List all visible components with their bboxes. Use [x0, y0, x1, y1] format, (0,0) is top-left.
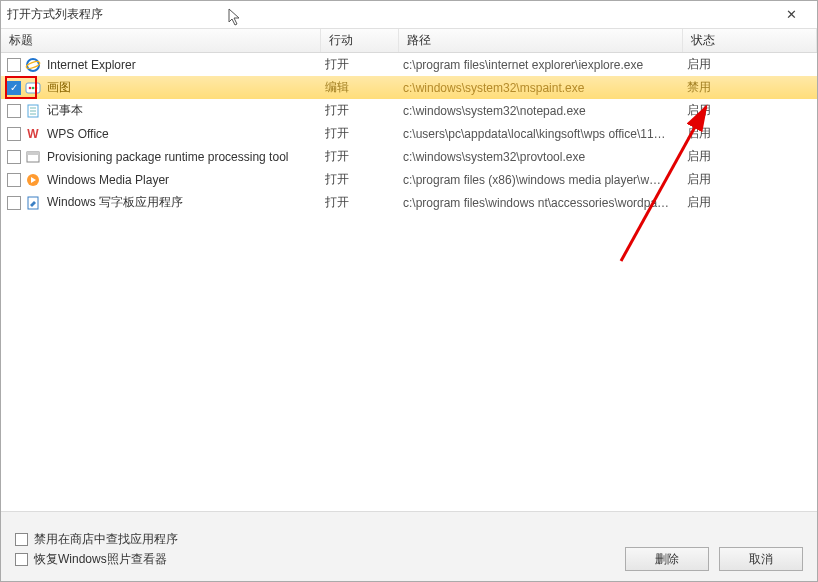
row-path: c:\windows\system32\provtool.exe	[403, 150, 687, 164]
window-title: 打开方式列表程序	[7, 6, 103, 23]
row-checkbox[interactable]	[7, 150, 21, 164]
header-path[interactable]: 路径	[399, 29, 683, 52]
row-checkbox[interactable]	[7, 104, 21, 118]
row-status: 启用	[687, 56, 811, 73]
table-row[interactable]: Provisioning package runtime processing …	[1, 145, 817, 168]
svg-point-4	[29, 86, 32, 89]
row-path: c:\program files\internet explorer\iexpl…	[403, 58, 687, 72]
row-path: c:\windows\system32\mspaint.exe	[403, 81, 687, 95]
svg-point-5	[32, 86, 35, 89]
header-status[interactable]: 状态	[683, 29, 817, 52]
opt-disable-store-label: 禁用在商店中查找应用程序	[34, 531, 178, 548]
row-path: c:\program files\windows nt\accessories\…	[403, 196, 687, 210]
table-row[interactable]: 画图编辑c:\windows\system32\mspaint.exe禁用	[1, 76, 817, 99]
opt-restore-viewer[interactable]: 恢复Windows照片查看器	[15, 551, 178, 568]
program-list: Internet Explorer打开c:\program files\inte…	[1, 53, 817, 511]
opt-disable-store[interactable]: 禁用在商店中查找应用程序	[15, 531, 178, 548]
row-action: 打开	[325, 102, 403, 119]
table-row[interactable]: Internet Explorer打开c:\program files\inte…	[1, 53, 817, 76]
row-action: 打开	[325, 125, 403, 142]
column-headers: 标题 行动 路径 状态	[1, 29, 817, 53]
svg-rect-12	[27, 152, 39, 155]
row-title: 画图	[47, 79, 325, 96]
row-title: WPS Office	[47, 127, 325, 141]
row-path: c:\users\pc\appdata\local\kingsoft\wps o…	[403, 127, 687, 141]
footer: 禁用在商店中查找应用程序 恢复Windows照片查看器 删除 取消	[1, 511, 817, 581]
row-title: Provisioning package runtime processing …	[47, 150, 325, 164]
row-title: Internet Explorer	[47, 58, 325, 72]
checkbox-icon[interactable]	[15, 553, 28, 566]
row-action: 打开	[325, 56, 403, 73]
opt-restore-viewer-label: 恢复Windows照片查看器	[34, 551, 167, 568]
app-icon	[25, 195, 41, 211]
window: 打开方式列表程序 ✕ 标题 行动 路径 状态 Internet Explorer…	[0, 0, 818, 582]
footer-options: 禁用在商店中查找应用程序 恢复Windows照片查看器	[15, 528, 178, 571]
row-path: c:\windows\system32\notepad.exe	[403, 104, 687, 118]
row-action: 打开	[325, 194, 403, 211]
row-status: 启用	[687, 148, 811, 165]
app-icon: W	[25, 126, 41, 142]
row-action: 编辑	[325, 79, 403, 96]
row-status: 启用	[687, 171, 811, 188]
footer-buttons: 删除 取消	[625, 547, 803, 571]
table-row[interactable]: Windows Media Player打开c:\program files (…	[1, 168, 817, 191]
app-icon	[25, 172, 41, 188]
row-checkbox[interactable]	[7, 81, 21, 95]
cancel-button[interactable]: 取消	[719, 547, 803, 571]
table-row[interactable]: WWPS Office打开c:\users\pc\appdata\local\k…	[1, 122, 817, 145]
row-checkbox[interactable]	[7, 196, 21, 210]
checkbox-icon[interactable]	[15, 533, 28, 546]
svg-point-1	[27, 59, 39, 71]
close-button[interactable]: ✕	[771, 7, 811, 22]
app-icon	[25, 149, 41, 165]
row-status: 启用	[687, 125, 811, 142]
row-status: 启用	[687, 102, 811, 119]
titlebar: 打开方式列表程序 ✕	[1, 1, 817, 29]
app-icon	[25, 103, 41, 119]
row-action: 打开	[325, 148, 403, 165]
delete-button[interactable]: 删除	[625, 547, 709, 571]
row-title: 记事本	[47, 102, 325, 119]
svg-point-6	[35, 86, 38, 89]
row-title: Windows Media Player	[47, 173, 325, 187]
row-checkbox[interactable]	[7, 173, 21, 187]
app-icon	[25, 80, 41, 96]
header-title[interactable]: 标题	[1, 29, 321, 52]
row-action: 打开	[325, 171, 403, 188]
row-status: 启用	[687, 194, 811, 211]
row-checkbox[interactable]	[7, 127, 21, 141]
row-path: c:\program files (x86)\windows media pla…	[403, 173, 687, 187]
row-status: 禁用	[687, 79, 811, 96]
table-row[interactable]: Windows 写字板应用程序打开c:\program files\window…	[1, 191, 817, 214]
row-title: Windows 写字板应用程序	[47, 194, 325, 211]
row-checkbox[interactable]	[7, 58, 21, 72]
header-action[interactable]: 行动	[321, 29, 399, 52]
app-icon	[25, 57, 41, 73]
table-row[interactable]: 记事本打开c:\windows\system32\notepad.exe启用	[1, 99, 817, 122]
